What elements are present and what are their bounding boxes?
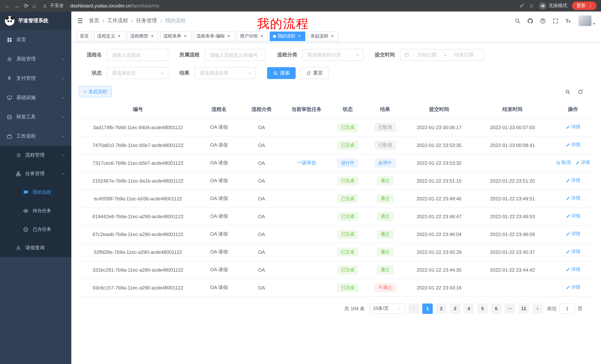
tab-5[interactable]: 用户分组× [237, 31, 268, 41]
tab-3[interactable]: 流程表单× [160, 31, 191, 41]
font-size-icon[interactable] [565, 18, 571, 24]
close-icon[interactable]: × [297, 34, 302, 39]
close-icon[interactable]: × [117, 34, 122, 39]
detail-link[interactable]: 详情 [566, 195, 580, 202]
sidebar-item-dev-tools[interactable]: 研发工具 [0, 107, 71, 126]
create-process-button[interactable]: + 发起流程 [79, 86, 112, 97]
sidebar-item-infrastructure[interactable]: 基础设施 [0, 88, 71, 107]
help-icon[interactable] [540, 18, 546, 24]
column-header-6: 提交时间 [406, 101, 472, 118]
breadcrumb-item[interactable]: 任务管理 [136, 18, 157, 24]
cell-end-time: 2022-01-23 00:07:03 [472, 118, 552, 136]
tab-1[interactable]: 流程定义× [94, 31, 125, 41]
tab-0[interactable]: 首页 [77, 31, 92, 41]
action-label: 详情 [571, 178, 580, 184]
cell-status: 已完成 [331, 118, 364, 136]
close-icon[interactable]: × [259, 34, 264, 39]
prev-page-button[interactable]: ‹ [409, 303, 419, 314]
reload-icon[interactable]: ⟳ [24, 2, 28, 9]
user-menu[interactable]: ▾ [578, 15, 595, 26]
github-icon[interactable] [527, 18, 533, 24]
cell-id: 7470a810-7b9b-11ec-b5b7-acde48001122 [79, 136, 197, 154]
cell-id: 3ad174fb-7b9d-11ec-8404-acde48001122 [79, 118, 197, 136]
result-select[interactable]: 请选择流结果 [195, 67, 256, 79]
process-name-input[interactable] [107, 49, 168, 61]
key-icon[interactable] [519, 3, 524, 8]
detail-link[interactable]: 详情 [566, 178, 580, 184]
sidebar-item-my-process[interactable]: 我的流程 [0, 183, 71, 201]
sidebar-item-system-management[interactable]: 系统管理 [0, 49, 71, 69]
sidebar-item-label: 任务管理 [25, 170, 58, 177]
close-icon[interactable]: × [330, 34, 335, 39]
page-button-2[interactable]: 2 [436, 303, 446, 314]
filter-result: 结果 请选择流结果 [180, 67, 256, 79]
detail-link[interactable]: 详情 [566, 231, 580, 237]
tab-6[interactable]: 我的流程× [270, 31, 305, 41]
home-icon[interactable]: ⌂ [32, 3, 36, 9]
refresh-table-icon[interactable] [578, 89, 583, 95]
cell-current-task [282, 172, 331, 190]
submit-time-range-picker[interactable]: 开始日期 - 结束日期 [400, 49, 484, 61]
detail-link[interactable]: 详情 [575, 160, 590, 166]
action-label: 详情 [581, 160, 590, 166]
more-pages-icon[interactable]: ··· [505, 303, 515, 314]
sidebar-item-done-task[interactable]: 已办任务 [0, 220, 71, 239]
update-button[interactable]: 更新 ⋮ [572, 1, 597, 10]
page-button-4[interactable]: 4 [464, 303, 474, 314]
star-icon[interactable]: ☆ [529, 2, 534, 9]
tab-7[interactable]: 发起流程× [307, 31, 338, 41]
sidebar-item-label: 基础设施 [16, 94, 58, 101]
breadcrumb-item[interactable]: 首页 [89, 18, 99, 24]
cell-result: 通过 [364, 190, 406, 207]
page-button-5[interactable]: 5 [477, 303, 488, 314]
cell-category: OA [241, 279, 282, 297]
search-button[interactable]: 搜索 [267, 67, 296, 79]
sidebar-toggle-icon[interactable]: ☰ [77, 17, 83, 25]
tab-4[interactable]: 流程表单-编辑× [193, 31, 235, 41]
sidebar-item-payment-management[interactable]: ¥支付管理 [0, 69, 71, 88]
status-select[interactable]: 请选择状态 [107, 67, 168, 79]
search-toggle-icon[interactable] [565, 89, 571, 95]
close-icon[interactable]: × [226, 34, 231, 39]
detail-link[interactable]: 详情 [566, 249, 580, 255]
cell-submit-time: 2022-01-22 23:53:35 [406, 136, 472, 154]
logo[interactable]: 芋道管理系统 [0, 11, 71, 30]
next-page-button[interactable]: › [532, 303, 543, 314]
fullscreen-icon[interactable] [552, 18, 559, 24]
page-button-1[interactable]: 1 [422, 303, 433, 314]
detail-link[interactable]: 详情 [566, 142, 580, 148]
reset-button[interactable]: 重置 [300, 67, 329, 79]
goto-page-input[interactable] [559, 303, 575, 314]
tab-2[interactable]: 流程模型× [127, 31, 158, 41]
sidebar-item-workflow[interactable]: 工作流程 [0, 126, 71, 146]
sidebar-item-todo-task[interactable]: 待办任务 [0, 201, 71, 220]
breadcrumb-item[interactable]: 工作流程 [107, 18, 128, 24]
page-button-6[interactable]: 6 [491, 303, 501, 314]
detail-link[interactable]: 详情 [566, 213, 580, 220]
page-button-11[interactable]: 11 [519, 303, 529, 314]
current-task-link[interactable]: 一级审批 [297, 160, 316, 165]
detail-link[interactable]: 详情 [566, 284, 580, 291]
sidebar-item-process-management[interactable]: 流程管理 [0, 146, 71, 164]
close-icon[interactable]: × [183, 34, 188, 39]
detail-link[interactable]: 详情 [566, 267, 580, 273]
page-size-select[interactable]: 10条/页 [370, 303, 405, 314]
address-bar[interactable]: ⚠ 不安全 dashboard.yudao.iocoder.cn/bpm/tas… [43, 3, 160, 9]
sidebar-item-home[interactable]: 首页 [0, 30, 71, 49]
sidebar-item-task-management[interactable]: 任务管理 [0, 164, 71, 183]
close-icon[interactable]: × [150, 34, 155, 39]
search-icon[interactable] [514, 18, 521, 24]
avatar[interactable] [578, 15, 592, 26]
category-select[interactable]: 请选择流程分类 [302, 49, 364, 61]
back-icon[interactable]: ← [4, 3, 10, 9]
process-definition-input[interactable] [205, 49, 266, 61]
sidebar-item-leave-query[interactable]: 请假查询 [0, 239, 71, 257]
forward-icon[interactable]: → [14, 3, 20, 9]
cell-category: OA [241, 172, 282, 190]
pagination-total: 共 104 条 [344, 305, 365, 312]
page-button-3[interactable]: 3 [450, 303, 460, 314]
action-label: 详情 [571, 231, 580, 237]
cancel-link[interactable]: 取消 [556, 160, 571, 166]
menu-dots-icon[interactable]: ⋮ [588, 3, 593, 9]
detail-link[interactable]: 详情 [566, 124, 580, 130]
